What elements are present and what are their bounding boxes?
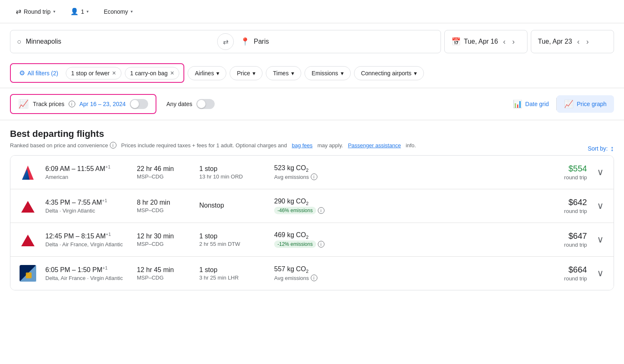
flight-emissions-col: 557 kg CO2 Avg emissions i <box>274 265 357 281</box>
depart-next-button[interactable]: › <box>510 36 516 48</box>
flight-airline: American <box>45 174 129 180</box>
expand-button[interactable]: ∨ <box>595 233 605 247</box>
taxes-note: Prices include required taxes + fees for… <box>121 142 287 149</box>
flight-stop-detail: 13 hr 10 min ORD <box>199 173 266 180</box>
flight-row[interactable]: 4:35 PM – 7:55 AM+1 Delta · Virgin Atlan… <box>10 189 614 223</box>
svg-marker-3 <box>21 235 35 246</box>
stop-filter-chip[interactable]: 1 stop or fewer × <box>66 67 121 79</box>
bag-fees-link[interactable]: bag fees <box>292 142 312 149</box>
depart-date-box[interactable]: 📅 Tue, Apr 16 ‹ › <box>444 30 527 53</box>
arrive-suffix: +1 <box>106 232 111 237</box>
grid-graph-section: 📊 Date grid 📈 Price graph <box>505 95 614 113</box>
date-grid-icon: 📊 <box>513 99 522 109</box>
co2-subscript: 2 <box>306 168 308 173</box>
airline-logo <box>19 230 37 249</box>
sort-icon: ↕ <box>610 144 614 153</box>
active-filters-box: ⚙ All filters (2) 1 stop or fewer × 1 ca… <box>10 63 184 83</box>
date-grid-button[interactable]: 📊 Date grid <box>505 95 557 113</box>
flight-emissions-col: 523 kg CO2 Avg emissions i <box>274 164 357 180</box>
trip-type-chevron-icon: ▾ <box>53 9 55 14</box>
stop-filter-remove-icon[interactable]: × <box>112 70 116 77</box>
price-graph-icon: 📈 <box>564 99 573 109</box>
stop-filter-label: 1 stop or fewer <box>71 70 110 77</box>
return-prev-button[interactable]: ‹ <box>575 36 581 48</box>
sort-by-label: Sort by: <box>588 145 608 152</box>
svg-marker-2 <box>21 201 35 213</box>
depart-prev-button[interactable]: ‹ <box>501 36 507 48</box>
expand-button[interactable]: ∨ <box>595 165 605 179</box>
date-grid-label: Date grid <box>525 101 549 107</box>
price-label: Price <box>237 70 250 77</box>
flight-row[interactable]: 12:45 PM – 8:15 AM+1 Delta · Air France,… <box>10 223 614 257</box>
emissions-info-icon[interactable]: i <box>318 241 324 248</box>
price-graph-button[interactable]: 📈 Price graph <box>557 95 614 113</box>
trip-type-button[interactable]: ⇄ Round trip ▾ <box>10 4 61 19</box>
results-section: Best departing flights Ranked based on p… <box>0 120 624 299</box>
ranked-info-icon[interactable]: i <box>110 142 116 149</box>
info-suffix-text: info. <box>406 142 416 149</box>
filter-sliders-icon: ⚙ <box>19 69 25 77</box>
emissions-info: -12% emissions i <box>274 240 357 248</box>
flight-duration: 12 hr 45 min <box>137 266 191 274</box>
flight-emissions-col: 290 kg CO2 -46% emissions i <box>274 198 357 214</box>
bag-filter-label: 1 carry-on bag <box>130 70 168 77</box>
flight-price: $664 <box>537 265 587 275</box>
flight-stops-col: 1 stop 13 hr 10 min ORD <box>199 165 266 180</box>
bag-filter-chip[interactable]: 1 carry-on bag × <box>125 67 180 79</box>
connecting-airports-dropdown[interactable]: Connecting airports ▾ <box>354 66 424 80</box>
origin-dest-box[interactable]: ○ Minneapolis ⇄ 📍 Paris <box>10 30 441 53</box>
flight-row[interactable]: 6:05 PM – 1:50 PM+1 Delta, Air France · … <box>10 257 614 290</box>
destination-field[interactable]: 📍 Paris <box>234 30 441 53</box>
emissions-chevron-icon: ▾ <box>341 70 344 77</box>
top-bar: ⇄ Round trip ▾ 👤 1 ▾ Economy ▾ <box>0 0 624 23</box>
times-label: Times <box>273 70 289 77</box>
flight-price: $554 <box>537 164 587 173</box>
airlines-dropdown[interactable]: Airlines ▾ <box>188 66 226 80</box>
emissions-info-icon[interactable]: i <box>311 275 317 281</box>
flight-row[interactable]: 6:09 AM – 11:55 AM+1 American 22 hr 46 m… <box>10 156 614 189</box>
all-filters-button[interactable]: ⚙ All filters (2) <box>15 67 62 79</box>
flight-stop-detail: 3 hr 25 min LHR <box>199 275 266 281</box>
expand-button[interactable]: ∨ <box>595 199 605 213</box>
expand-button[interactable]: ∨ <box>595 266 605 280</box>
swap-button[interactable]: ⇄ <box>217 33 234 50</box>
flight-price-label: round trip <box>537 174 587 181</box>
flight-co2: 469 kg CO2 <box>274 231 357 240</box>
flight-airline: Delta · Air France, Virgin Atlantic <box>45 241 129 248</box>
return-next-button[interactable]: › <box>584 36 590 48</box>
track-prices-toggle[interactable] <box>130 99 148 109</box>
cabin-class-label: Economy <box>104 8 128 15</box>
track-prices-info-icon[interactable]: i <box>69 101 75 107</box>
return-date-label: Tue, Apr 23 <box>538 38 572 45</box>
flight-times: 6:09 AM – 11:55 AM+1 <box>45 164 129 173</box>
any-dates-toggle[interactable] <box>196 99 215 109</box>
flight-times-col: 6:09 AM – 11:55 AM+1 American <box>45 164 129 180</box>
sort-by-button[interactable]: Sort by: ↕ <box>588 144 614 153</box>
origin-icon: ○ <box>17 37 22 46</box>
emissions-dropdown[interactable]: Emissions ▾ <box>305 66 351 80</box>
filters-row: ⚙ All filters (2) 1 stop or fewer × 1 ca… <box>0 58 624 88</box>
flight-times-col: 6:05 PM – 1:50 PM+1 Delta, Air France · … <box>45 265 129 281</box>
times-dropdown[interactable]: Times ▾ <box>266 66 301 80</box>
track-prices-label: Track prices <box>33 101 64 107</box>
emissions-badge: -46% emissions <box>274 207 316 214</box>
price-dropdown[interactable]: Price ▾ <box>230 66 262 80</box>
cabin-class-button[interactable]: Economy ▾ <box>98 5 138 18</box>
origin-field[interactable]: ○ Minneapolis <box>10 30 217 53</box>
passenger-assistance-link[interactable]: Passenger assistance <box>348 142 401 149</box>
flight-price-col: $664 round trip <box>537 265 587 282</box>
may-apply-text: may apply. <box>317 142 343 149</box>
emissions-info-icon[interactable]: i <box>311 173 317 180</box>
flight-stop-detail: 2 hr 55 min DTW <box>199 241 266 247</box>
price-chevron-icon: ▾ <box>253 70 255 77</box>
svg-rect-6 <box>26 272 32 278</box>
passenger-icon: 👤 <box>70 7 79 15</box>
co2-subscript: 2 <box>306 235 308 240</box>
flight-stops-col: Nonstop <box>199 202 266 210</box>
return-date-box[interactable]: Tue, Apr 23 ‹ › <box>531 30 614 53</box>
emissions-info: Avg emissions i <box>274 275 357 281</box>
passengers-button[interactable]: 👤 1 ▾ <box>64 4 95 19</box>
airlines-label: Airlines <box>195 70 214 77</box>
emissions-info-icon[interactable]: i <box>318 207 324 214</box>
bag-filter-remove-icon[interactable]: × <box>170 70 174 77</box>
